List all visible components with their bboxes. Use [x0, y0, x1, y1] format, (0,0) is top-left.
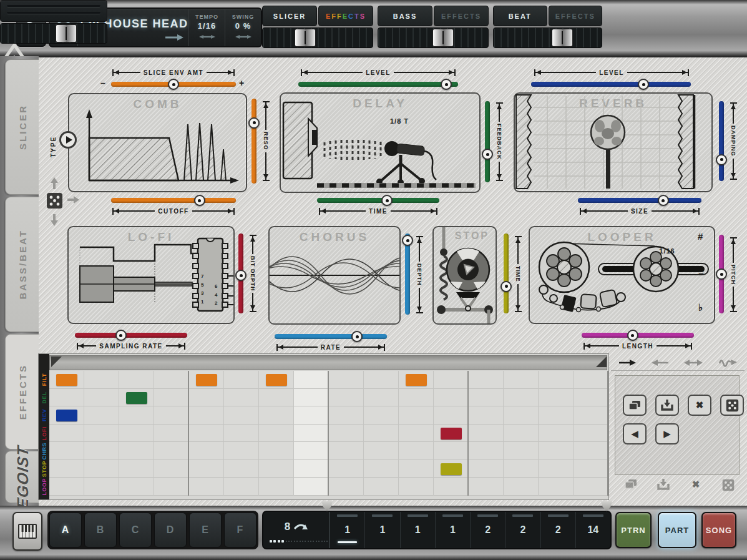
tempo-section[interactable]: TEMPO 1/16: [188, 9, 225, 46]
mix-crossfade-slider[interactable]: [262, 27, 373, 48]
swing-section[interactable]: SWING 0 %: [225, 9, 261, 46]
mix-left-label[interactable]: BASS: [378, 6, 432, 26]
part-cell-2[interactable]: 1: [364, 512, 399, 548]
copy-button[interactable]: [623, 395, 647, 416]
mix-crossfade-handle[interactable]: [432, 29, 454, 47]
sequencer-step-block[interactable]: [266, 374, 287, 386]
sequencer-step-block[interactable]: [406, 374, 427, 386]
sequencer-step-block[interactable]: [56, 374, 77, 386]
mix-right-label[interactable]: EFFECTS: [318, 6, 373, 26]
pitch-slider[interactable]: [716, 235, 727, 313]
random-dice-button[interactable]: [720, 395, 744, 416]
part-cell-3[interactable]: 1: [400, 512, 435, 548]
reso-slider[interactable]: [248, 99, 260, 184]
sequencer-step-block[interactable]: [196, 374, 217, 386]
bit-depth-slider[interactable]: [235, 233, 247, 313]
clear-button[interactable]: ✖: [688, 395, 711, 416]
sidebar-tab-bass-beat[interactable]: BASS/BEAT: [5, 197, 39, 332]
forward-arrow-button[interactable]: [618, 358, 636, 367]
sequencer-step-block[interactable]: [126, 392, 147, 404]
pattern-button-f[interactable]: F: [224, 513, 256, 548]
random-walk-arrow-button[interactable]: [718, 358, 737, 367]
mix-crossfade-slider[interactable]: [493, 27, 602, 48]
chorus-panel[interactable]: CHORUS: [268, 226, 401, 325]
mix-crossfade-slider[interactable]: [378, 27, 489, 48]
mode-button-part[interactable]: PART: [658, 512, 696, 548]
mode-button-ptrn[interactable]: PTRN: [615, 512, 652, 548]
song-copy-button[interactable]: [622, 479, 640, 491]
song-paste-button[interactable]: [655, 479, 672, 491]
sequencer-step-block[interactable]: [56, 410, 77, 421]
sidebar-tab-effects[interactable]: EFFECTS: [5, 334, 40, 449]
sidebar-tab-slicer[interactable]: SLICER: [5, 59, 39, 195]
reverb-level-slider[interactable]: [531, 79, 691, 90]
song-random-button[interactable]: [720, 479, 737, 491]
chorus-depth-slider[interactable]: [402, 233, 413, 315]
delay-panel[interactable]: DELAY 1/8 T: [280, 92, 481, 193]
random-down-arrow-icon[interactable]: [49, 214, 59, 226]
reverb-panel[interactable]: REVERB: [514, 92, 713, 192]
mix-crossfade-handle[interactable]: [295, 29, 316, 47]
pingpong-arrow-button[interactable]: [684, 358, 703, 367]
comb-panel[interactable]: COMB: [68, 93, 247, 192]
reverb-size-slider[interactable]: [578, 195, 701, 206]
master-volume-slider[interactable]: [0, 23, 107, 44]
mix-left-label[interactable]: BEAT: [493, 6, 547, 26]
song-loop-end-marker[interactable]: [601, 501, 612, 511]
part-cells: 111122214: [330, 512, 610, 548]
part-cell-7[interactable]: 2: [540, 512, 575, 548]
tempo-drag-arrow-icon[interactable]: [199, 34, 215, 39]
mix-left-label[interactable]: SLICER: [262, 6, 317, 26]
stop-time-slider[interactable]: [500, 233, 512, 313]
lofi-panel[interactable]: LO-FI 7531 642: [67, 226, 235, 324]
sequencer-step-block[interactable]: [441, 428, 462, 440]
next-pattern-button[interactable]: ▶: [655, 423, 679, 445]
mode-button-song[interactable]: SONG: [701, 512, 736, 548]
mix-right-label[interactable]: EFFECTS: [549, 6, 603, 26]
master-volume-handle[interactable]: [56, 24, 77, 42]
preset-next-arrow-icon[interactable]: [165, 34, 183, 41]
random-up-arrow-icon[interactable]: [49, 177, 59, 190]
cutoff-slider[interactable]: [111, 195, 236, 206]
pattern-button-c[interactable]: C: [119, 513, 152, 548]
egoist-logo-tab[interactable]: EGOIST: [5, 451, 39, 503]
pattern-button-e[interactable]: E: [189, 513, 222, 548]
pattern-button-d[interactable]: D: [154, 513, 187, 548]
looper-panel[interactable]: LOOPER: [529, 226, 715, 324]
part-cell-4[interactable]: 1: [435, 512, 470, 548]
pattern-button-b[interactable]: B: [84, 513, 117, 548]
song-clear-button[interactable]: ✖: [687, 479, 705, 491]
slice-env-amt-slider[interactable]: [111, 79, 236, 90]
sampling-rate-slider[interactable]: [75, 330, 187, 341]
scrollbar-right-marker[interactable]: [596, 356, 607, 367]
backward-arrow-button[interactable]: [652, 358, 669, 367]
delay-level-slider[interactable]: [298, 79, 458, 90]
stop-panel[interactable]: STOP: [432, 226, 497, 325]
song-loop-start-marker[interactable]: [321, 501, 333, 511]
scrollbar-left-marker[interactable]: [51, 356, 62, 367]
chorus-rate-slider[interactable]: [275, 331, 387, 342]
looper-length-slider[interactable]: [582, 330, 694, 341]
part-cell-1[interactable]: 1: [330, 512, 364, 548]
paste-button[interactable]: [655, 395, 679, 416]
sequencer-scrollbar[interactable]: [49, 355, 607, 370]
swing-drag-arrow-icon[interactable]: [235, 34, 251, 39]
keyboard-button[interactable]: [12, 512, 42, 551]
part-cell-6[interactable]: 2: [505, 512, 540, 548]
mix-crossfade-handle[interactable]: [552, 29, 573, 47]
mix-right-label[interactable]: EFFECTS: [434, 6, 489, 26]
randomize-dice-button[interactable]: [46, 192, 63, 209]
damping-slider[interactable]: [716, 101, 727, 181]
song-length-section[interactable]: 8: [263, 512, 330, 548]
delay-time-slider[interactable]: [317, 195, 439, 206]
part-cell-8[interactable]: 14: [575, 512, 610, 548]
part-cell-5[interactable]: 2: [470, 512, 505, 548]
comb-type-button[interactable]: [59, 131, 77, 149]
sequencer-step-block[interactable]: [441, 463, 462, 475]
sequencer-grid[interactable]: [49, 371, 608, 496]
prev-pattern-button[interactable]: ◀: [623, 423, 647, 445]
pattern-button-a[interactable]: A: [49, 513, 82, 548]
feedback-slider[interactable]: [482, 101, 493, 182]
chorus-depth-ruler: DEPTH: [416, 236, 423, 313]
random-right-arrow-icon[interactable]: [67, 195, 79, 205]
